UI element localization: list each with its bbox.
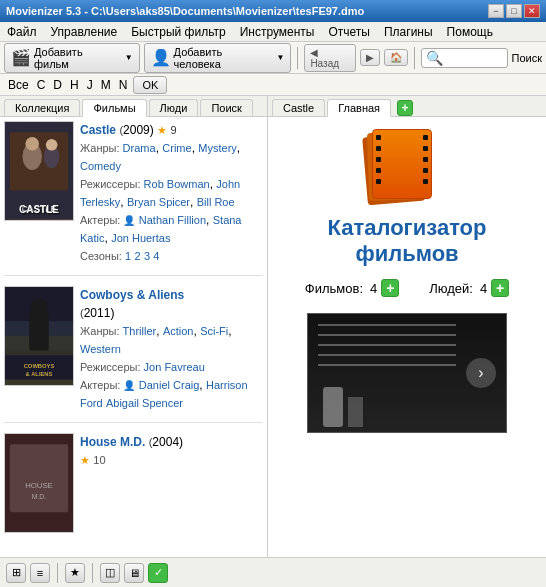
home-button[interactable]: 🏠 — [384, 49, 408, 66]
add-movie-icon: 🎬 — [11, 48, 31, 67]
preview-line-5 — [318, 364, 456, 366]
castle-directors-row: Режиссеры: Rob Bowman, John Terlesky, Br… — [80, 175, 263, 211]
search-input[interactable] — [443, 52, 503, 64]
left-panel: Коллекция Фильмы Люди Поиск CASTL — [0, 96, 268, 557]
menu-manage[interactable]: Управление — [48, 25, 121, 39]
castle-actor-3[interactable]: Jon Huertas — [111, 232, 170, 244]
cowboys-genre-3[interactable]: Sci-Fi — [200, 325, 228, 337]
castle-season-4[interactable]: 4 — [153, 250, 159, 262]
filter-d[interactable]: D — [51, 78, 64, 92]
add-person-stat-button[interactable]: + — [491, 279, 509, 297]
filter-c[interactable]: C — [35, 78, 48, 92]
cowboys-genres-row: Жанры: Thriller, Action, Sci-Fi, Western — [80, 322, 263, 358]
filter-bar: Все C D H J M N OK — [0, 74, 546, 96]
castle-actor-1[interactable]: Nathan Fillion — [139, 214, 206, 226]
filter-ok-button[interactable]: OK — [133, 76, 167, 94]
hole — [423, 179, 428, 184]
right-content: Каталогизатор фильмов Фильмов: 4 + Людей… — [268, 117, 546, 557]
add-person-button[interactable]: 👤 Добавить человека ▼ — [144, 43, 292, 73]
right-tab-castle[interactable]: Castle — [272, 99, 325, 116]
status-icon-image[interactable]: ◫ — [100, 563, 120, 583]
castle-dir-1[interactable]: Rob Bowman — [144, 178, 210, 190]
menu-plugins[interactable]: Плагины — [381, 25, 436, 39]
svg-rect-10 — [29, 312, 48, 351]
svg-point-5 — [46, 139, 58, 151]
cowboys-year-row: (2011) — [80, 304, 263, 322]
actor-icon-2: 👤 — [123, 380, 135, 391]
status-icon-grid[interactable]: ⊞ — [6, 563, 26, 583]
tab-films[interactable]: Фильмы — [82, 99, 146, 117]
search-label: Поиск — [512, 52, 542, 64]
status-icon-star[interactable]: ★ — [65, 563, 85, 583]
svg-text:CASTLE: CASTLE — [22, 204, 57, 214]
castle-genre-mystery[interactable]: Mystery — [198, 142, 237, 154]
castle-star: ★ — [157, 124, 167, 136]
menu-reports[interactable]: Отчеты — [325, 25, 372, 39]
menu-file[interactable]: Файл — [4, 25, 40, 39]
castle-title-row: Castle (2009) ★ 9 — [80, 121, 263, 139]
cowboys-genre-1[interactable]: Thriller — [123, 325, 157, 337]
hole — [376, 168, 381, 173]
hole — [423, 146, 428, 151]
filter-m[interactable]: M — [99, 78, 113, 92]
svg-rect-15 — [10, 444, 68, 512]
filter-all[interactable]: Все — [6, 78, 31, 92]
svg-text:HOUSE: HOUSE — [25, 481, 53, 490]
filter-n[interactable]: N — [117, 78, 130, 92]
film-holes-left — [376, 135, 381, 184]
people-count: 4 — [480, 281, 487, 296]
house-title-row: House M.D. (2004) — [80, 433, 263, 451]
tab-people[interactable]: Люди — [149, 99, 199, 116]
filter-h[interactable]: H — [68, 78, 81, 92]
castle-genre-crime[interactable]: Crime — [162, 142, 191, 154]
castle-dir-3[interactable]: Bryan Spicer — [127, 196, 190, 208]
menu-filter[interactable]: Быстрый фильтр — [128, 25, 228, 39]
maximize-button[interactable]: □ — [506, 4, 522, 18]
right-tab-home[interactable]: Главная — [327, 99, 391, 117]
menu-tools[interactable]: Инструменты — [237, 25, 318, 39]
add-movie-dropdown-icon[interactable]: ▼ — [125, 53, 133, 62]
film-holes-right — [423, 135, 428, 184]
status-icon-check[interactable]: ✓ — [148, 563, 168, 583]
castle-season-2[interactable]: 2 — [134, 250, 140, 262]
cowboys-genre-2[interactable]: Action — [163, 325, 194, 337]
back-button[interactable]: ◀ Назад — [304, 44, 355, 72]
cowboys-actor-3[interactable]: Abigail Spencer — [106, 397, 183, 409]
status-icon-monitor[interactable]: 🖥 — [124, 563, 144, 583]
next-arrow-icon[interactable]: › — [466, 358, 496, 388]
right-tab-add-button[interactable]: + — [397, 100, 413, 116]
cowboys-actor-1[interactable]: Daniel Craig — [139, 379, 200, 391]
castle-genre-comedy[interactable]: Comedy — [80, 160, 121, 172]
forward-button[interactable]: ▶ — [360, 49, 380, 66]
movie-info-house: House M.D. (2004) ★ 10 — [80, 433, 263, 533]
castle-dir-4[interactable]: Bill Roe — [197, 196, 235, 208]
add-movie-button[interactable]: 🎬 Добавить фильм ▼ — [4, 43, 140, 73]
filter-j[interactable]: J — [85, 78, 95, 92]
left-tab-bar: Коллекция Фильмы Люди Поиск — [0, 96, 267, 117]
close-button[interactable]: ✕ — [524, 4, 540, 18]
house-title[interactable]: House M.D. — [80, 435, 145, 449]
cowboys-dir-1[interactable]: Jon Favreau — [144, 361, 205, 373]
status-icon-list[interactable]: ≡ — [30, 563, 50, 583]
castle-genre-drama[interactable]: Drama — [123, 142, 156, 154]
add-person-dropdown-icon[interactable]: ▼ — [276, 53, 284, 62]
hole — [376, 179, 381, 184]
svg-text:& ALIENS: & ALIENS — [26, 371, 53, 377]
add-film-stat-button[interactable]: + — [381, 279, 399, 297]
stat-people: Людей: 4 + — [429, 279, 509, 297]
toolbar: 🎬 Добавить фильм ▼ 👤 Добавить человека ▼… — [0, 42, 546, 74]
minimize-button[interactable]: − — [488, 4, 504, 18]
poster-house: HOUSE M.D. — [4, 433, 74, 533]
film-icon-container — [362, 127, 452, 207]
cowboys-genre-4[interactable]: Western — [80, 343, 121, 355]
films-label: Фильмов: — [305, 281, 363, 296]
cowboys-title[interactable]: Cowboys & Aliens — [80, 288, 184, 302]
hole — [376, 135, 381, 140]
tab-search[interactable]: Поиск — [200, 99, 252, 116]
menu-help[interactable]: Помощь — [444, 25, 496, 39]
tab-collection[interactable]: Коллекция — [4, 99, 80, 116]
poster-cowboys: COWBOYS & ALIENS — [4, 286, 74, 386]
castle-title[interactable]: Castle — [80, 123, 116, 137]
preview-figure-2 — [348, 397, 363, 427]
hole — [423, 135, 428, 140]
